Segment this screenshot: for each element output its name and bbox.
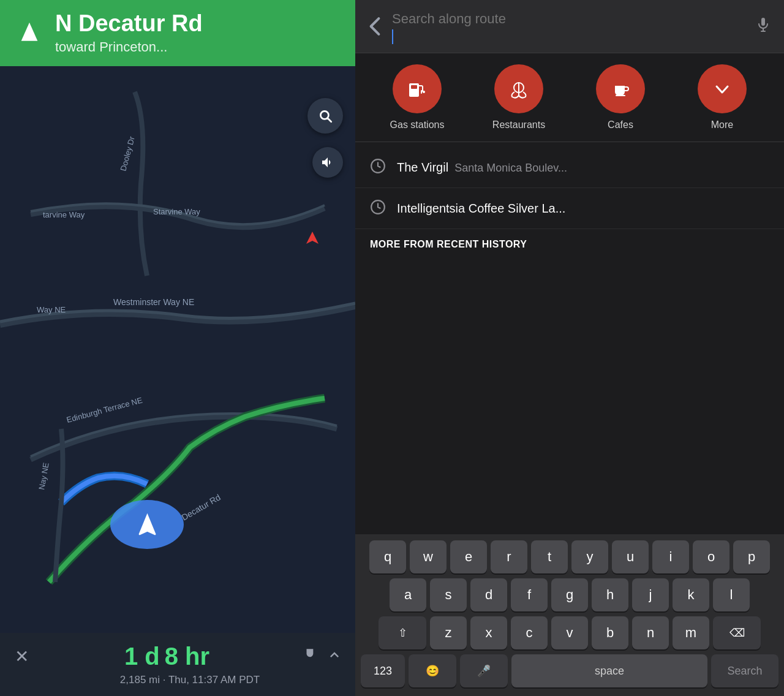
microphone-button[interactable]	[753, 15, 773, 39]
key-l[interactable]: l	[713, 578, 750, 611]
number-key[interactable]: 123	[361, 654, 405, 687]
duration-display: 1 d 8 hr	[124, 643, 209, 670]
more-history-button[interactable]: MORE FROM RECENT HISTORY	[355, 229, 784, 260]
history-name-1: The Virgil	[397, 161, 448, 175]
key-z[interactable]: z	[430, 616, 467, 649]
category-more[interactable]: More	[675, 64, 769, 130]
nav-street: N Decatur Rd	[55, 11, 345, 37]
key-q[interactable]: q	[369, 540, 406, 573]
key-g[interactable]: g	[551, 578, 588, 611]
key-v[interactable]: v	[551, 616, 588, 649]
category-cafes[interactable]: Cafes	[573, 64, 668, 130]
keyboard: q w e r t y u i o p a s d f g h j k l ⇧ …	[355, 534, 784, 696]
key-p[interactable]: p	[733, 540, 770, 573]
emoji-key[interactable]: 😊	[409, 654, 456, 687]
history-item-intelligentsia[interactable]: Intelligentsia Coffee Silver La...	[355, 188, 784, 229]
search-icon	[317, 108, 333, 124]
history-name-2: Intelligentsia Coffee Silver La...	[397, 202, 565, 216]
history-item-text-2: Intelligentsia Coffee Silver La...	[397, 202, 769, 216]
key-u[interactable]: u	[612, 540, 649, 573]
svg-text:Way NE: Way NE	[37, 305, 66, 314]
sound-icon	[320, 155, 335, 170]
key-b[interactable]: b	[592, 616, 628, 649]
sound-button[interactable]	[312, 147, 343, 178]
clock-icon-1	[370, 158, 386, 176]
cafes-label: Cafes	[608, 119, 633, 130]
key-n[interactable]: n	[632, 616, 669, 649]
search-input[interactable]	[392, 9, 745, 29]
expand-button[interactable]	[326, 646, 343, 667]
history-item-text-1: The Virgil Santa Monica Boulev...	[397, 161, 769, 175]
fork-icon	[303, 647, 318, 663]
svg-point-15	[423, 91, 425, 93]
microphone-icon	[756, 17, 771, 34]
key-f[interactable]: f	[511, 578, 548, 611]
key-a[interactable]: a	[390, 578, 426, 611]
key-o[interactable]: o	[693, 540, 729, 573]
key-e[interactable]: e	[450, 540, 487, 573]
key-m[interactable]: m	[673, 616, 709, 649]
text-cursor	[392, 29, 393, 44]
gas-pump-icon	[405, 77, 429, 100]
category-gas-stations[interactable]: Gas stations	[370, 64, 464, 130]
svg-text:Starvine Way: Starvine Way	[153, 207, 200, 216]
navigation-arrow-icon	[134, 511, 161, 539]
navigation-dot	[110, 500, 184, 549]
key-y[interactable]: y	[571, 540, 608, 573]
route-info: 2,185 mi · Thu, 11:37 AM PDT	[37, 674, 343, 686]
key-s[interactable]: s	[430, 578, 467, 611]
duration-text: 1 d	[124, 643, 160, 670]
map-search-button[interactable]	[307, 98, 343, 134]
key-c[interactable]: c	[511, 616, 548, 649]
chevron-down-icon	[710, 77, 734, 100]
keyboard-row-1: q w e r t y u i o p	[358, 540, 782, 573]
more-icon-circle	[698, 64, 747, 113]
restaurants-icon-circle	[494, 64, 543, 113]
key-x[interactable]: x	[470, 616, 507, 649]
gas-stations-icon-circle	[393, 64, 442, 113]
category-bar: Gas stations Restaurants Caf	[355, 53, 784, 142]
key-w[interactable]: w	[410, 540, 447, 573]
delete-key[interactable]: ⌫	[713, 616, 761, 649]
history-sub-1: Santa Monica Boulev...	[454, 162, 567, 175]
more-label: More	[711, 119, 733, 130]
key-j[interactable]: j	[632, 578, 669, 611]
key-k[interactable]: k	[673, 578, 709, 611]
search-panel: Gas stations Restaurants Caf	[355, 0, 784, 696]
up-arrow-icon	[17, 21, 42, 45]
svg-rect-14	[411, 85, 417, 89]
svg-rect-0	[0, 0, 355, 696]
category-restaurants[interactable]: Restaurants	[472, 64, 566, 130]
cafe-cup-icon	[609, 77, 632, 100]
search-key[interactable]: Search	[711, 654, 778, 687]
restaurants-label: Restaurants	[492, 119, 545, 130]
shift-key[interactable]: ⇧	[379, 616, 426, 649]
key-i[interactable]: i	[652, 540, 689, 573]
map-background: Dooley Dr tarvine Way Starvine Way Way N…	[0, 0, 355, 696]
key-h[interactable]: h	[592, 578, 628, 611]
back-button[interactable]	[366, 14, 383, 39]
svg-rect-10	[761, 18, 765, 26]
map-bottom-bar: ✕ 1 d 8 hr 2,185 mi · Thu, 11:37 AM PDT	[0, 633, 355, 696]
chevron-up-icon	[326, 646, 343, 664]
key-d[interactable]: d	[470, 578, 507, 611]
search-input-wrapper[interactable]	[392, 9, 745, 44]
history-section: The Virgil Santa Monica Boulev... Intell…	[355, 142, 784, 534]
cafes-icon-circle	[596, 64, 645, 113]
history-item-virgil[interactable]: The Virgil Santa Monica Boulev...	[355, 147, 784, 188]
keyboard-row-3: ⇧ z x c v b n m ⌫	[358, 616, 782, 649]
search-bar	[355, 0, 784, 53]
duration-text2: 8 hr	[165, 643, 209, 670]
keyboard-row-4: 123 😊 🎤 space Search	[358, 654, 782, 687]
route-fork-button[interactable]	[303, 647, 318, 667]
key-r[interactable]: r	[491, 540, 527, 573]
map-panel: N Decatur Rd toward Princeton...	[0, 0, 355, 696]
keyboard-mic-key[interactable]: 🎤	[460, 654, 508, 687]
space-key[interactable]: space	[511, 654, 707, 687]
back-chevron-icon	[369, 17, 381, 36]
close-navigation-button[interactable]: ✕	[12, 644, 31, 669]
nav-arrow	[12, 16, 46, 50]
svg-text:tarvine Way: tarvine Way	[43, 210, 85, 219]
svg-text:Westminster Way NE: Westminster Way NE	[113, 297, 194, 307]
key-t[interactable]: t	[531, 540, 568, 573]
